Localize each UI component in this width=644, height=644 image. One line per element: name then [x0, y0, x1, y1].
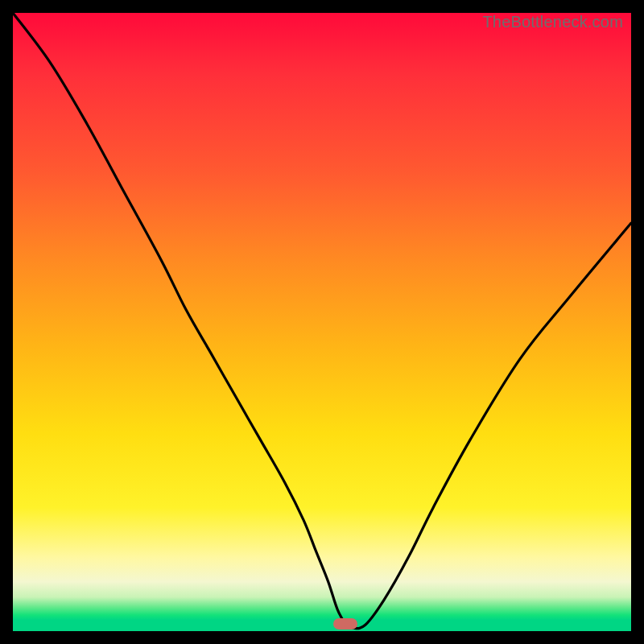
- plot-area: TheBottleneck.com: [13, 13, 631, 631]
- chart-frame: TheBottleneck.com: [0, 0, 644, 644]
- optimal-marker: [333, 618, 357, 630]
- curve-path: [13, 13, 631, 629]
- bottleneck-curve: [13, 13, 631, 631]
